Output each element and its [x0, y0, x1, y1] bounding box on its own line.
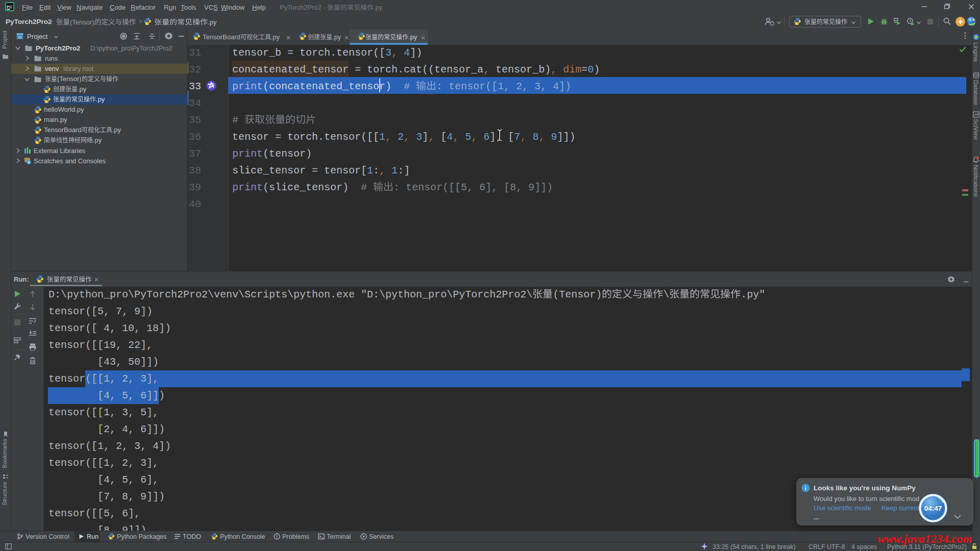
svg-text:04:47: 04:47 — [924, 505, 942, 512]
